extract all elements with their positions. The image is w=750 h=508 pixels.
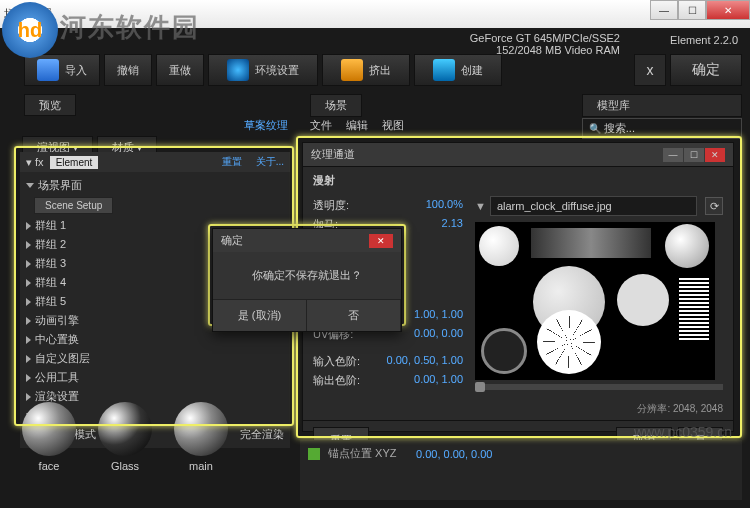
texture-resolution: 分辨率: 2048, 2048 <box>303 398 733 420</box>
confirm-message: 你确定不保存就退出？ <box>213 252 401 299</box>
tree-scene-setup: Scene Setup <box>22 195 288 216</box>
texture-preview[interactable] <box>475 222 715 380</box>
watermark-url: www.pc0359.cn <box>634 424 732 440</box>
site-logo: hd <box>2 2 58 58</box>
file-tri-icon[interactable]: ▼ <box>475 200 486 212</box>
texture-header: 纹理通道 — ☐ ✕ <box>303 143 733 167</box>
grass-link[interactable]: 草案纹理 <box>244 118 288 138</box>
fx-about[interactable]: 关于... <box>256 155 284 169</box>
sphere-glass[interactable]: Glass <box>96 402 154 472</box>
anchor-row: 锚点位置 XYZ 0.00, 0.00, 0.00 <box>308 444 734 463</box>
sphere-icon <box>22 402 76 456</box>
tree-util[interactable]: 公用工具 <box>22 368 288 387</box>
model-lib-tab: 模型库 <box>582 94 742 117</box>
tex-max-button[interactable]: ☐ <box>684 148 704 162</box>
confirm-no-button[interactable]: 否 <box>307 300 401 331</box>
chevron-right-icon <box>26 241 31 249</box>
gamma-value[interactable]: 2.13 <box>442 217 463 232</box>
confirm-yes-button[interactable]: 是 (取消) <box>213 300 307 331</box>
chevron-right-icon <box>26 393 31 401</box>
fx-reset[interactable]: 重置 <box>222 155 242 169</box>
uvoff-value[interactable]: 0.00, 0.00 <box>414 327 463 342</box>
undo-button[interactable]: 撤销 <box>104 54 152 86</box>
texture-file[interactable]: alarm_clock_diffuse.jpg <box>490 196 697 216</box>
logo-icon: hd <box>2 2 58 58</box>
chevron-down-icon <box>26 183 34 188</box>
view-menu[interactable]: 视图 <box>382 118 404 133</box>
texture-title: 纹理通道 <box>311 147 355 162</box>
globe-icon <box>227 59 249 81</box>
preview-tab[interactable]: 预览 <box>24 94 76 116</box>
gpu-name: GeForce GT 645M/PCIe/SSE2 <box>470 32 620 44</box>
prop-outlev: 输出色阶:0.00, 1.00 <box>313 371 463 390</box>
sphere-face[interactable]: face <box>20 402 78 472</box>
scene-tabs: 场景 <box>310 94 362 117</box>
uvrep-value[interactable]: 1.00, 1.00 <box>414 308 463 323</box>
play-icon[interactable] <box>308 448 320 460</box>
sphere-icon <box>174 402 228 456</box>
file-menu[interactable]: 文件 <box>310 118 332 133</box>
tree-scene-ui[interactable]: 场景界面 <box>22 176 288 195</box>
chevron-right-icon <box>26 260 31 268</box>
import-icon <box>37 59 59 81</box>
chevron-right-icon <box>26 279 31 287</box>
ok-button[interactable]: 确定 <box>670 54 742 86</box>
refresh-button[interactable]: ⟳ <box>705 197 723 215</box>
main-toolbar: 导入 撤销 重做 环境设置 挤出 创建 x 确定 <box>24 52 742 88</box>
opacity-value[interactable]: 100.0% <box>426 198 463 213</box>
fx-name: Element <box>50 156 99 169</box>
sphere-main[interactable]: main <box>172 402 230 472</box>
model-tab[interactable]: 模型库 <box>582 94 742 117</box>
scene-setup-button[interactable]: Scene Setup <box>34 197 113 214</box>
extrude-button[interactable]: 挤出 <box>322 54 410 86</box>
confirm-header: 确定 ✕ <box>213 229 401 252</box>
edit-menu[interactable]: 编辑 <box>346 118 368 133</box>
import-button[interactable]: 导入 <box>24 54 100 86</box>
tex-min-button[interactable]: — <box>663 148 683 162</box>
cube-icon <box>433 59 455 81</box>
clock-icon <box>537 310 601 374</box>
create-button[interactable]: 创建 <box>414 54 502 86</box>
prop-opacity: 透明度:100.0% <box>313 196 463 215</box>
close-button[interactable]: ✕ <box>706 0 750 20</box>
watermark-text: 河东软件园 <box>60 10 200 45</box>
anchor-value[interactable]: 0.00, 0.00, 0.00 <box>416 448 492 460</box>
scene-tab[interactable]: 场景 <box>310 94 362 117</box>
window-buttons: — ☐ ✕ <box>650 0 750 20</box>
chevron-right-icon <box>26 317 31 325</box>
brand-label: Element 2.2.0 <box>670 34 738 46</box>
confirm-title: 确定 <box>221 233 243 248</box>
sphere-icon <box>98 402 152 456</box>
tree-custom[interactable]: 自定义图层 <box>22 349 288 368</box>
refresh-icon: ⟳ <box>710 200 719 213</box>
fx-header: ▾ fx Element 重置 关于... <box>20 152 290 172</box>
texture-right: ▼ alarm_clock_diffuse.jpg ⟳ <box>475 196 723 390</box>
chevron-right-icon <box>26 374 31 382</box>
texture-window-buttons: — ☐ ✕ <box>663 148 725 162</box>
material-spheres: face Glass main <box>20 402 230 472</box>
search-input[interactable]: 🔍 搜索... <box>582 118 742 139</box>
fx-toggle-icon[interactable]: ▾ fx <box>26 156 44 169</box>
tex-close-button[interactable]: ✕ <box>705 148 725 162</box>
anchor-label: 锚点位置 XYZ <box>328 446 408 461</box>
confirm-dialog: 确定 ✕ 你确定不保存就退出？ 是 (取消) 否 <box>212 228 402 332</box>
chevron-right-icon <box>26 355 31 363</box>
bottom-panel: 锚点位置 XYZ 0.00, 0.00, 0.00 <box>300 440 742 500</box>
tree-center[interactable]: 中心置换 <box>22 330 288 349</box>
minimize-button[interactable]: — <box>650 0 678 20</box>
chevron-right-icon <box>26 298 31 306</box>
confirm-buttons: 是 (取消) 否 <box>213 299 401 331</box>
redo-button[interactable]: 重做 <box>156 54 204 86</box>
env-button[interactable]: 环境设置 <box>208 54 318 86</box>
outlev-value[interactable]: 0.00, 1.00 <box>414 373 463 388</box>
extrude-icon <box>341 59 363 81</box>
x-button[interactable]: x <box>634 54 666 86</box>
prop-inlev: 输入色阶:0.00, 0.50, 1.00 <box>313 352 463 371</box>
texture-slider[interactable] <box>475 384 723 390</box>
tex-section: 漫射 <box>303 167 733 188</box>
chevron-right-icon <box>26 222 31 230</box>
confirm-close-button[interactable]: ✕ <box>369 234 393 248</box>
chevron-right-icon <box>26 336 31 344</box>
inlev-value[interactable]: 0.00, 0.50, 1.00 <box>387 354 463 369</box>
maximize-button[interactable]: ☐ <box>678 0 706 20</box>
